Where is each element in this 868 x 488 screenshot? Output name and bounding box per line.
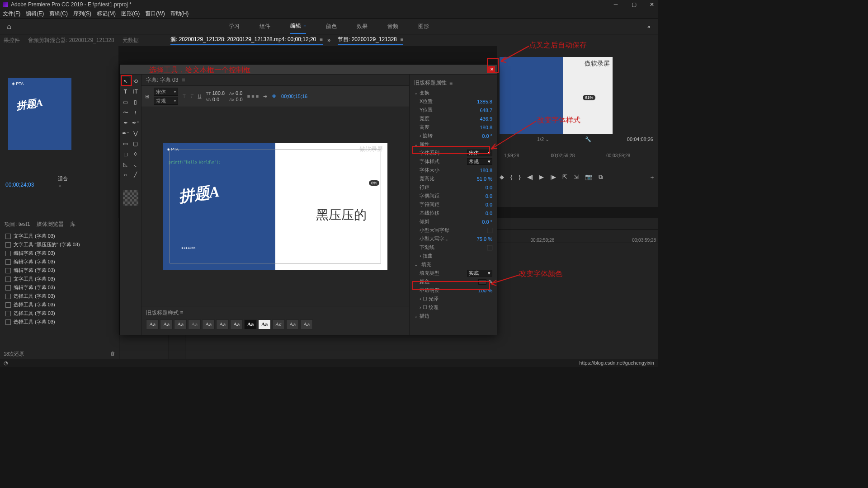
menu-graphics[interactable]: 图形(G) bbox=[121, 10, 140, 18]
tab-program-monitor[interactable]: 节目: 20200129_121328 ≡ bbox=[338, 36, 403, 45]
workspace-tab-effects[interactable]: 效果 bbox=[357, 19, 368, 34]
history-item[interactable]: 选择工具 (字幕 03) bbox=[0, 309, 119, 318]
workspace-tab-editing[interactable]: 编辑≡ bbox=[290, 19, 307, 34]
export-frame-button[interactable]: 📷 bbox=[585, 174, 592, 182]
history-item[interactable]: 选择工具 (字幕 03) bbox=[0, 318, 119, 326]
prop-opacity-value[interactable]: 100 % bbox=[478, 288, 492, 293]
section-attributes[interactable]: 属性 bbox=[410, 140, 497, 149]
history-item[interactable]: 选择工具 (字幕 03) bbox=[0, 300, 119, 309]
menu-edit[interactable]: 编辑(E) bbox=[26, 10, 44, 18]
prop-rotation-value[interactable]: 0.0 ° bbox=[482, 133, 492, 139]
title-template-button[interactable]: ⊞ bbox=[145, 94, 149, 99]
rounded-rect-tool[interactable]: ▢ bbox=[132, 140, 140, 148]
button-editor-plus[interactable]: ＋ bbox=[649, 174, 655, 182]
source-timecode[interactable]: 00;00;24;03 bbox=[5, 182, 34, 188]
history-item[interactable]: 选择工具 (字幕 03) bbox=[0, 292, 119, 300]
prop-aspect-value[interactable]: 51.0 % bbox=[477, 176, 492, 182]
prop-underline-checkbox[interactable] bbox=[487, 245, 492, 250]
color-swatch[interactable] bbox=[123, 190, 138, 206]
section-stroke[interactable]: 描边 bbox=[410, 312, 497, 320]
pen-tool[interactable]: ✒ bbox=[122, 119, 130, 127]
rounded-corner-tool[interactable]: ◊ bbox=[132, 150, 140, 158]
comparison-button[interactable]: ⧉ bbox=[599, 174, 603, 182]
tab-metadata[interactable]: 元数据 bbox=[123, 37, 139, 44]
show-video-button[interactable]: 👁 bbox=[272, 94, 277, 99]
history-item[interactable]: 编辑字幕 (字幕 03) bbox=[0, 266, 119, 275]
play-button[interactable]: ▶ bbox=[539, 174, 544, 182]
title-tab-label[interactable]: 字幕: 字幕 03 bbox=[146, 76, 178, 84]
italic-button[interactable]: T bbox=[190, 94, 193, 99]
prop-y-value[interactable]: 648.7 bbox=[480, 108, 492, 113]
add-marker-button[interactable]: ◆ bbox=[500, 174, 504, 182]
title-window-header[interactable]: ✕ bbox=[120, 65, 497, 75]
menu-window[interactable]: 窗口(W) bbox=[145, 10, 165, 18]
style-preset[interactable]: Aa bbox=[272, 319, 285, 329]
prop-x-value[interactable]: 1385.8 bbox=[477, 99, 492, 104]
style-preset[interactable]: Aa bbox=[146, 319, 159, 329]
add-anchor-tool[interactable]: ✒⁺ bbox=[132, 119, 140, 127]
font-style-select[interactable]: 常规▾ bbox=[154, 97, 178, 105]
vertical-type-tool[interactable]: IT bbox=[132, 88, 140, 96]
area-type-tool[interactable]: ▭ bbox=[122, 98, 130, 106]
prop-leading-value[interactable]: 0.0 bbox=[486, 185, 492, 190]
underline-button[interactable]: U bbox=[198, 94, 201, 99]
workspace-tab-learn[interactable]: 学习 bbox=[229, 19, 240, 34]
prop-font-family-select[interactable]: 宋体▾ bbox=[467, 150, 492, 156]
prop-smallcaps-checkbox[interactable] bbox=[487, 228, 492, 233]
font-size-field[interactable]: 180.8 bbox=[212, 90, 225, 96]
font-family-select[interactable]: 宋体▾ bbox=[154, 88, 178, 96]
trash-icon[interactable]: 🗑 bbox=[110, 351, 115, 357]
bold-button[interactable]: T bbox=[183, 94, 186, 99]
prop-fill-type-select[interactable]: 实底▾ bbox=[467, 270, 492, 277]
style-preset[interactable]: Aa bbox=[216, 319, 229, 329]
tab-audio-clip-mixer[interactable]: 音频剪辑混合器: 20200129_121328 bbox=[28, 37, 114, 44]
section-fill[interactable]: 填充 bbox=[410, 260, 497, 269]
clipped-rect-tool[interactable]: ◻ bbox=[122, 150, 130, 158]
tab-media-browser[interactable]: 媒体浏览器 bbox=[37, 221, 64, 228]
step-forward-button[interactable]: |▶ bbox=[550, 174, 556, 182]
prop-height-value[interactable]: 180.8 bbox=[480, 125, 492, 130]
wedge-tool[interactable]: ◺ bbox=[122, 160, 130, 169]
style-preset[interactable]: Aa bbox=[202, 319, 215, 329]
prop-kerning-value[interactable]: 0.0 bbox=[486, 193, 492, 199]
style-preset[interactable]: Aa bbox=[300, 319, 313, 329]
title-window-close-button[interactable]: ✕ bbox=[488, 66, 495, 73]
prop-smallcaps-size-value[interactable]: 75.0 % bbox=[477, 236, 492, 242]
window-minimize-button[interactable]: ─ bbox=[613, 1, 619, 8]
prop-slant-value[interactable]: 0.0 ° bbox=[482, 219, 492, 225]
program-monitor-display[interactable]: 傲软录屏 61% bbox=[500, 57, 613, 134]
ellipse-tool[interactable]: ○ bbox=[122, 171, 130, 179]
tab-project[interactable]: 项目: test1 bbox=[5, 221, 30, 228]
program-zoom-select[interactable]: 1/2 ⌄ bbox=[537, 136, 549, 142]
menu-file[interactable]: 文件(F) bbox=[3, 10, 20, 18]
workspace-tab-color[interactable]: 颜色 bbox=[326, 19, 337, 34]
source-monitor-thumbnail[interactable]: ◈ PTA 拼题A 00;00;24;03 适合 ⌄ bbox=[8, 78, 71, 150]
title-timecode[interactable]: 00;00;15;16 bbox=[281, 94, 307, 99]
rectangle-tool[interactable]: ▭ bbox=[122, 140, 130, 148]
workspace-tab-graphics[interactable]: 图形 bbox=[418, 19, 429, 34]
tracking-field[interactable]: 0.0 bbox=[236, 97, 242, 102]
prop-tracking-value[interactable]: 0.0 bbox=[486, 202, 492, 207]
prop-color-swatch[interactable] bbox=[478, 279, 486, 285]
arc-tool[interactable]: ◟ bbox=[132, 160, 140, 169]
history-item[interactable]: 文字工具 (字幕 03) bbox=[0, 275, 119, 283]
history-item[interactable]: 编辑字幕 (字幕 03) bbox=[0, 258, 119, 266]
prop-font-style-select[interactable]: 常规▾ bbox=[467, 158, 492, 165]
window-maximize-button[interactable]: ▢ bbox=[631, 1, 637, 8]
style-preset[interactable]: Aa bbox=[244, 319, 257, 329]
selection-tool[interactable]: ↖ bbox=[122, 77, 130, 85]
leading-field[interactable]: 0.0 bbox=[236, 90, 242, 96]
tab-stops-button[interactable]: ⇥ bbox=[263, 94, 267, 99]
kerning-field[interactable]: 0.0 bbox=[212, 97, 219, 102]
convert-anchor-tool[interactable]: ⋁ bbox=[132, 129, 140, 137]
vertical-area-type-tool[interactable]: ▯ bbox=[132, 98, 140, 106]
source-overflow-button[interactable]: » bbox=[327, 37, 330, 43]
mark-out-button[interactable]: } bbox=[519, 174, 520, 182]
menu-sequence[interactable]: 序列(S) bbox=[73, 10, 91, 18]
snap-indicator-icon[interactable]: ◔ bbox=[4, 360, 8, 366]
history-item[interactable]: 文字工具 (字幕 03) bbox=[0, 232, 119, 240]
history-item[interactable]: 文字工具:"黑压压的" (字幕 03) bbox=[0, 240, 119, 249]
style-preset[interactable]: Aa bbox=[160, 319, 173, 329]
tab-source-monitor[interactable]: 源: 20200129_121328: 20200129_121328.mp4:… bbox=[170, 36, 323, 45]
workspace-overflow-button[interactable]: » bbox=[640, 23, 658, 30]
